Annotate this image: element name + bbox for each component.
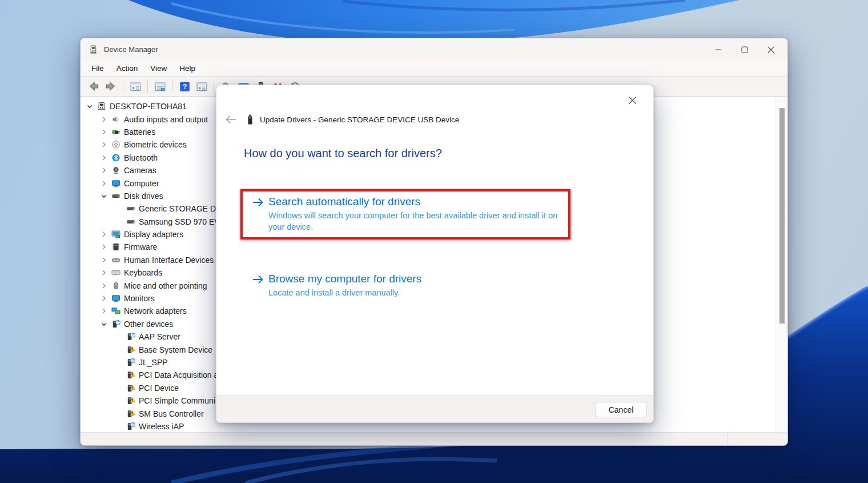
option-description: Locate and install a driver manually. bbox=[268, 287, 421, 298]
tree-item-label: Wireless iAP bbox=[139, 422, 184, 431]
computer-pc-icon bbox=[97, 102, 106, 111]
collapsed-chevron-icon[interactable] bbox=[99, 179, 108, 188]
device-question-icon: ? bbox=[126, 332, 135, 341]
tree-item-label: Generic STORAGE DEV bbox=[139, 204, 227, 213]
toolbar-forward-button[interactable] bbox=[103, 78, 119, 94]
toolbar-console-tree-button[interactable] bbox=[127, 78, 143, 94]
win-maximize-icon bbox=[740, 45, 749, 54]
toolbar-separator bbox=[214, 80, 214, 93]
minimize-button[interactable] bbox=[705, 38, 732, 61]
win-minimize-icon bbox=[714, 45, 723, 54]
update-drivers-dialog: Update Drivers - Generic STORAGE DEVICE … bbox=[216, 85, 654, 423]
right-arrow-icon bbox=[252, 196, 264, 209]
collapsed-chevron-icon[interactable] bbox=[99, 230, 108, 239]
disk-icon bbox=[126, 204, 135, 213]
window-title: Device Manager bbox=[104, 45, 158, 54]
option-search-automatically[interactable]: Search automatically for drivers Windows… bbox=[252, 194, 560, 233]
device-question-icon: ? bbox=[126, 358, 135, 367]
battery-icon bbox=[111, 127, 120, 137]
action-pane-icon bbox=[196, 81, 207, 92]
collapsed-chevron-icon[interactable] bbox=[99, 268, 108, 277]
device-warning-icon bbox=[126, 345, 135, 354]
collapsed-chevron-icon[interactable] bbox=[99, 256, 108, 265]
console-tree-icon bbox=[130, 81, 141, 92]
expanded-chevron-icon[interactable] bbox=[99, 191, 108, 201]
device-manager-icon bbox=[89, 45, 98, 54]
scrollbar-divider bbox=[633, 433, 633, 446]
vertical-scrollbar[interactable] bbox=[775, 97, 787, 432]
close-button[interactable] bbox=[758, 38, 784, 61]
tree-item-label: JL_SPP bbox=[139, 358, 168, 367]
tree-item-label: PCI Data Acquisition a bbox=[139, 370, 218, 380]
toolbar-help-button[interactable]: ? bbox=[176, 78, 192, 94]
collapsed-chevron-icon[interactable] bbox=[99, 140, 108, 149]
menu-help[interactable]: Help bbox=[173, 62, 202, 74]
toolbar-separator bbox=[172, 80, 172, 93]
collapsed-chevron-icon[interactable] bbox=[99, 166, 108, 175]
tree-item-label: Biometric devices bbox=[124, 140, 187, 149]
back-button[interactable] bbox=[223, 112, 238, 127]
tree-item-label: Disk drives bbox=[124, 191, 163, 201]
right-arrow-icon bbox=[252, 273, 264, 286]
audio-icon bbox=[111, 115, 120, 124]
titlebar: Device Manager bbox=[81, 38, 787, 61]
dialog-close-button[interactable] bbox=[624, 91, 641, 109]
desktop: Device Manager FileActionViewHelp ? DESK… bbox=[0, 0, 868, 483]
dialog-title: Update Drivers - Generic STORAGE DEVICE … bbox=[260, 115, 459, 124]
collapsed-chevron-icon[interactable] bbox=[99, 306, 108, 316]
device-warning-icon bbox=[126, 396, 135, 405]
disk-icon bbox=[126, 217, 135, 226]
menu-file[interactable]: File bbox=[85, 62, 110, 74]
tree-item-label: Human Interface Devices bbox=[124, 256, 214, 265]
nav-back-icon bbox=[87, 81, 101, 92]
toolbar-separator bbox=[123, 80, 123, 93]
dialog-question: How do you want to search for drivers? bbox=[244, 147, 442, 160]
option-title: Browse my computer for drivers bbox=[268, 272, 421, 286]
help-icon: ? bbox=[179, 81, 190, 92]
option-browse-computer[interactable]: Browse my computer for drivers Locate an… bbox=[252, 272, 560, 298]
camera-icon bbox=[111, 166, 120, 175]
mouse-icon bbox=[111, 281, 120, 290]
collapsed-chevron-icon[interactable] bbox=[99, 242, 108, 252]
device-warning-icon bbox=[126, 370, 135, 380]
svg-text:?: ? bbox=[132, 422, 134, 426]
svg-text:?: ? bbox=[132, 333, 134, 337]
firmware-icon bbox=[111, 242, 120, 252]
collapsed-chevron-icon[interactable] bbox=[99, 153, 108, 162]
tree-item-label: Network adapters bbox=[124, 306, 187, 316]
tree-item-label: Samsung SSD 970 EV bbox=[139, 217, 220, 226]
toolbar-back-button[interactable] bbox=[86, 78, 102, 94]
tree-item-label: Display adapters bbox=[124, 230, 183, 239]
usb-device-icon bbox=[246, 114, 254, 126]
tree-item-label: Bluetooth bbox=[124, 153, 158, 162]
win-close-icon bbox=[766, 45, 775, 54]
tree-item-label: AAP Server bbox=[139, 332, 180, 341]
monitor-icon bbox=[111, 294, 120, 303]
horizontal-scrollbar[interactable] bbox=[81, 432, 787, 446]
tree-item-label: Audio inputs and output bbox=[124, 115, 208, 124]
collapsed-chevron-icon[interactable] bbox=[99, 294, 108, 303]
dialog-header: Update Drivers - Generic STORAGE DEVICE … bbox=[216, 110, 653, 129]
collapsed-chevron-icon[interactable] bbox=[99, 281, 108, 290]
expanded-chevron-icon[interactable] bbox=[85, 102, 94, 111]
network-icon bbox=[111, 306, 120, 316]
device-question-icon: ? bbox=[111, 320, 120, 329]
tree-item-label: Firmware bbox=[124, 242, 157, 252]
svg-text:?: ? bbox=[132, 358, 134, 362]
collapsed-chevron-icon[interactable] bbox=[99, 127, 108, 137]
svg-text:?: ? bbox=[117, 320, 119, 324]
nav-forward-icon bbox=[104, 81, 118, 92]
menu-view[interactable]: View bbox=[144, 62, 173, 74]
tree-item-label: SM Bus Controller bbox=[139, 409, 204, 418]
vertical-scrollbar-thumb[interactable] bbox=[779, 108, 785, 324]
monitor-icon bbox=[111, 179, 120, 188]
tree-item-label: Mice and other pointing bbox=[124, 281, 207, 290]
maximize-button[interactable] bbox=[732, 38, 758, 61]
svg-text:?: ? bbox=[182, 83, 187, 91]
toolbar-action-pane-button[interactable] bbox=[194, 78, 210, 94]
expanded-chevron-icon[interactable] bbox=[99, 320, 108, 329]
cancel-button[interactable]: Cancel bbox=[596, 402, 646, 417]
collapsed-chevron-icon[interactable] bbox=[99, 115, 108, 124]
toolbar-properties-button[interactable] bbox=[152, 78, 168, 94]
menu-action[interactable]: Action bbox=[110, 62, 144, 74]
